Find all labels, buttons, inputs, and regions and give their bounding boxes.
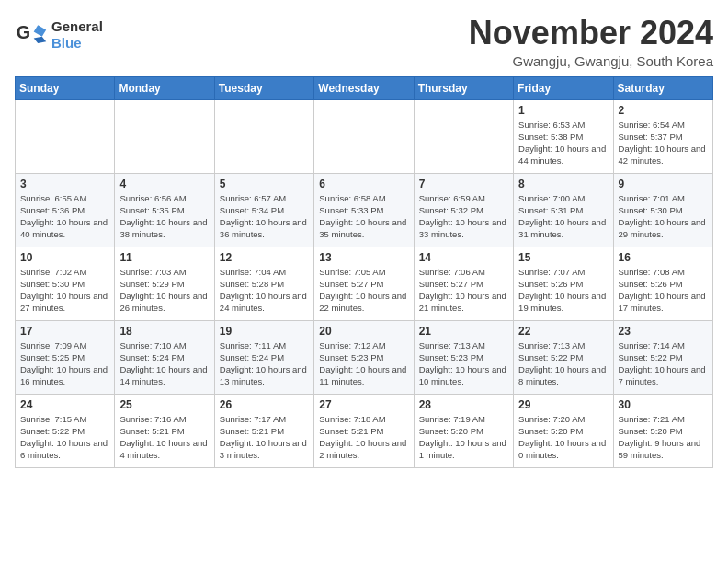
calendar-week-1: 1Sunrise: 6:53 AM Sunset: 5:38 PM Daylig… (16, 99, 713, 173)
day-content: Sunrise: 7:04 AM Sunset: 5:28 PM Dayligh… (220, 266, 309, 315)
calendar-cell: 23Sunrise: 7:14 AM Sunset: 5:22 PM Dayli… (613, 320, 712, 394)
header-saturday: Saturday (613, 76, 712, 99)
day-number: 5 (220, 178, 309, 190)
day-content: Sunrise: 7:19 AM Sunset: 5:20 PM Dayligh… (419, 413, 508, 462)
day-content: Sunrise: 7:16 AM Sunset: 5:21 PM Dayligh… (119, 413, 209, 462)
calendar-cell: 21Sunrise: 7:13 AM Sunset: 5:23 PM Dayli… (414, 320, 513, 394)
calendar-cell (314, 99, 414, 173)
header-monday: Monday (115, 76, 214, 99)
location: Gwangju, Gwangju, South Korea (469, 53, 713, 69)
calendar-week-3: 10Sunrise: 7:02 AM Sunset: 5:30 PM Dayli… (16, 247, 713, 320)
calendar-cell: 19Sunrise: 7:11 AM Sunset: 5:24 PM Dayli… (214, 320, 313, 394)
day-number: 9 (619, 178, 708, 190)
calendar-cell: 2Sunrise: 6:54 AM Sunset: 5:37 PM Daylig… (613, 99, 712, 173)
day-number: 13 (319, 251, 408, 264)
calendar-cell: 14Sunrise: 7:06 AM Sunset: 5:27 PM Dayli… (414, 247, 513, 320)
day-content: Sunrise: 6:56 AM Sunset: 5:35 PM Dayligh… (119, 192, 209, 241)
day-content: Sunrise: 7:20 AM Sunset: 5:20 PM Dayligh… (518, 413, 608, 462)
day-content: Sunrise: 7:01 AM Sunset: 5:30 PM Dayligh… (619, 192, 708, 241)
calendar-week-4: 17Sunrise: 7:09 AM Sunset: 5:25 PM Dayli… (16, 320, 713, 394)
day-content: Sunrise: 7:05 AM Sunset: 5:27 PM Dayligh… (319, 266, 408, 315)
day-content: Sunrise: 7:03 AM Sunset: 5:29 PM Dayligh… (119, 266, 209, 315)
header-sunday: Sunday (16, 76, 115, 99)
day-content: Sunrise: 6:54 AM Sunset: 5:37 PM Dayligh… (619, 119, 708, 167)
calendar-cell: 22Sunrise: 7:13 AM Sunset: 5:22 PM Dayli… (514, 320, 613, 394)
calendar-cell: 30Sunrise: 7:21 AM Sunset: 5:20 PM Dayli… (613, 394, 712, 467)
header-tuesday: Tuesday (214, 76, 313, 99)
day-number: 12 (220, 251, 309, 264)
day-content: Sunrise: 6:58 AM Sunset: 5:33 PM Dayligh… (319, 192, 408, 241)
calendar-cell: 16Sunrise: 7:08 AM Sunset: 5:26 PM Dayli… (613, 247, 712, 320)
calendar-cell: 1Sunrise: 6:53 AM Sunset: 5:38 PM Daylig… (514, 99, 613, 173)
day-number: 24 (20, 398, 109, 411)
calendar-cell (16, 99, 115, 173)
calendar-week-2: 3Sunrise: 6:55 AM Sunset: 5:36 PM Daylig… (16, 173, 713, 247)
day-content: Sunrise: 7:13 AM Sunset: 5:23 PM Dayligh… (419, 339, 508, 388)
day-number: 16 (619, 251, 708, 264)
day-number: 15 (518, 251, 608, 264)
day-number: 23 (619, 325, 708, 338)
day-number: 14 (419, 251, 508, 264)
day-content: Sunrise: 6:55 AM Sunset: 5:36 PM Dayligh… (20, 192, 109, 241)
day-content: Sunrise: 6:59 AM Sunset: 5:32 PM Dayligh… (419, 192, 508, 241)
day-number: 26 (220, 398, 309, 411)
calendar-cell: 9Sunrise: 7:01 AM Sunset: 5:30 PM Daylig… (613, 173, 712, 247)
logo-line2: Blue (51, 35, 103, 52)
day-number: 19 (220, 325, 309, 338)
header-wednesday: Wednesday (314, 76, 414, 99)
calendar-cell (115, 99, 214, 173)
logo-icon: G (15, 18, 48, 52)
calendar-cell: 13Sunrise: 7:05 AM Sunset: 5:27 PM Dayli… (314, 247, 414, 320)
header-friday: Friday (514, 76, 613, 99)
day-content: Sunrise: 6:53 AM Sunset: 5:38 PM Dayligh… (518, 119, 608, 167)
calendar-week-5: 24Sunrise: 7:15 AM Sunset: 5:22 PM Dayli… (16, 394, 713, 467)
calendar-cell: 24Sunrise: 7:15 AM Sunset: 5:22 PM Dayli… (16, 394, 115, 467)
day-number: 21 (419, 325, 508, 338)
day-content: Sunrise: 7:12 AM Sunset: 5:23 PM Dayligh… (319, 339, 408, 388)
day-content: Sunrise: 7:13 AM Sunset: 5:22 PM Dayligh… (518, 339, 608, 388)
day-number: 10 (20, 251, 109, 264)
day-content: Sunrise: 7:21 AM Sunset: 5:20 PM Dayligh… (619, 413, 708, 462)
calendar-table: SundayMondayTuesdayWednesdayThursdayFrid… (15, 76, 713, 468)
header-thursday: Thursday (414, 76, 513, 99)
calendar-cell: 7Sunrise: 6:59 AM Sunset: 5:32 PM Daylig… (414, 173, 513, 247)
calendar-cell: 17Sunrise: 7:09 AM Sunset: 5:25 PM Dayli… (16, 320, 115, 394)
day-content: Sunrise: 7:14 AM Sunset: 5:22 PM Dayligh… (619, 339, 708, 388)
calendar-cell (214, 99, 313, 173)
day-number: 28 (419, 398, 508, 411)
logo-line1: General (51, 18, 103, 35)
day-number: 29 (518, 398, 608, 411)
logo: G General Blue (15, 18, 103, 52)
day-content: Sunrise: 7:09 AM Sunset: 5:25 PM Dayligh… (20, 339, 109, 388)
calendar-cell: 18Sunrise: 7:10 AM Sunset: 5:24 PM Dayli… (115, 320, 214, 394)
day-number: 27 (319, 398, 408, 411)
day-content: Sunrise: 7:08 AM Sunset: 5:26 PM Dayligh… (619, 266, 708, 315)
day-content: Sunrise: 7:10 AM Sunset: 5:24 PM Dayligh… (119, 339, 209, 388)
day-number: 7 (419, 178, 508, 190)
calendar-cell: 26Sunrise: 7:17 AM Sunset: 5:21 PM Dayli… (214, 394, 313, 467)
day-number: 25 (119, 398, 209, 411)
calendar-cell: 25Sunrise: 7:16 AM Sunset: 5:21 PM Dayli… (115, 394, 214, 467)
svg-text:G: G (17, 22, 30, 42)
day-content: Sunrise: 7:02 AM Sunset: 5:30 PM Dayligh… (20, 266, 109, 315)
day-number: 2 (619, 104, 708, 117)
calendar-cell: 3Sunrise: 6:55 AM Sunset: 5:36 PM Daylig… (16, 173, 115, 247)
calendar-cell: 8Sunrise: 7:00 AM Sunset: 5:31 PM Daylig… (514, 173, 613, 247)
day-number: 20 (319, 325, 408, 338)
calendar-cell (414, 99, 513, 173)
calendar-header-row: SundayMondayTuesdayWednesdayThursdayFrid… (16, 76, 713, 99)
day-number: 6 (319, 178, 408, 190)
day-number: 8 (518, 178, 608, 190)
svg-marker-2 (34, 37, 47, 43)
calendar-cell: 28Sunrise: 7:19 AM Sunset: 5:20 PM Dayli… (414, 394, 513, 467)
day-number: 18 (119, 325, 209, 338)
day-content: Sunrise: 7:06 AM Sunset: 5:27 PM Dayligh… (419, 266, 508, 315)
day-number: 3 (20, 178, 109, 190)
day-content: Sunrise: 7:00 AM Sunset: 5:31 PM Dayligh… (518, 192, 608, 241)
calendar-cell: 6Sunrise: 6:58 AM Sunset: 5:33 PM Daylig… (314, 173, 414, 247)
page-header: G General Blue November 2024 Gwangju, Gw… (15, 15, 713, 69)
day-content: Sunrise: 7:07 AM Sunset: 5:26 PM Dayligh… (518, 266, 608, 315)
calendar-cell: 20Sunrise: 7:12 AM Sunset: 5:23 PM Dayli… (314, 320, 414, 394)
calendar-cell: 12Sunrise: 7:04 AM Sunset: 5:28 PM Dayli… (214, 247, 313, 320)
calendar-cell: 4Sunrise: 6:56 AM Sunset: 5:35 PM Daylig… (115, 173, 214, 247)
